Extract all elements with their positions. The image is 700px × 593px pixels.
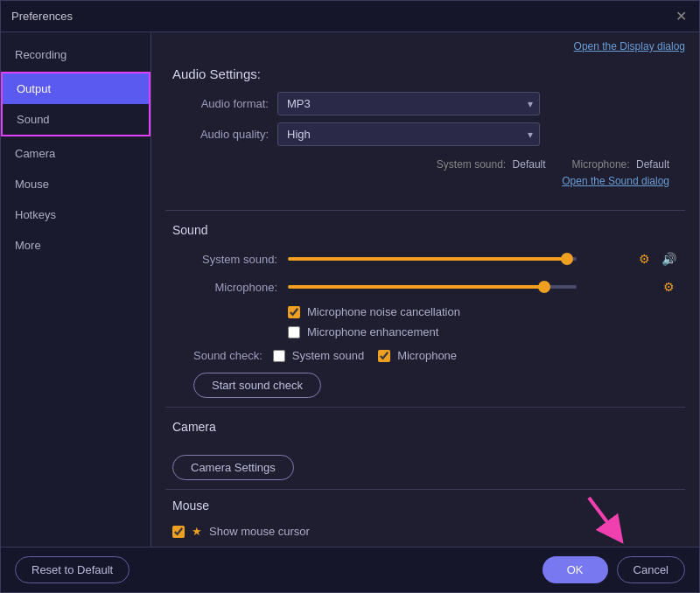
title-bar: Preferences ✕ [1,1,699,32]
microphone-slider-row: Microphone: ⚙ [172,277,678,296]
open-display-dialog-link[interactable]: Open the Display dialog [574,40,685,52]
system-sound-default-label: System sound: [437,158,506,171]
system-sound-slider-thumb [561,253,573,265]
top-link-area: Open the Display dialog [151,32,699,56]
sidebar-item-hotkeys[interactable]: Hotkeys [1,199,150,230]
microphone-icons: ⚙ [659,277,678,296]
enhancement-checkbox[interactable] [288,326,300,338]
start-sound-check-button[interactable]: Start sound check [193,373,321,398]
system-sound-default: System sound: Default [437,158,546,171]
noise-cancellation-checkbox[interactable] [288,306,300,318]
audio-format-select-wrapper: MP3 AAC FLAC WAV ▾ [277,92,540,115]
sidebar-item-output[interactable]: Output [3,73,149,104]
system-sound-check-item: System sound [273,349,364,362]
audio-format-select[interactable]: MP3 AAC FLAC WAV [277,92,540,115]
microphone-default-value: Default [636,158,669,171]
sidebar-item-recording[interactable]: Recording [1,39,150,70]
audio-quality-row: Audio quality: Low Medium High Very High… [172,122,678,146]
ok-button[interactable]: OK [542,556,608,583]
open-sound-dialog-area: Open the Sound dialog [172,172,678,196]
audio-quality-select-wrapper: Low Medium High Very High ▾ [277,122,540,146]
mouse-section: Mouse ★ Show mouse cursor [151,490,699,547]
audio-settings-section: Audio Settings: Audio format: MP3 AAC FL… [151,56,699,210]
system-sound-slider-container [288,257,627,261]
sound-check-row: Sound check: System sound Microphone [193,349,678,362]
sidebar-item-mouse[interactable]: Mouse [1,169,150,199]
system-sound-check-checkbox[interactable] [273,350,285,362]
microphone-default-label: Microphone: [572,158,630,171]
settings-gear-icon[interactable]: ⚙ [634,249,654,269]
footer-right: OK Cancel [542,556,685,583]
sidebar-item-sound[interactable]: Sound [3,104,149,135]
audio-quality-select[interactable]: Low Medium High Very High [277,122,540,146]
microphone-slider-thumb [538,281,550,293]
system-sound-slider-label: System sound: [172,253,277,266]
audio-format-row: Audio format: MP3 AAC FLAC WAV ▾ [172,92,678,115]
sidebar-outlined-group: Output Sound [1,72,150,136]
camera-settings-button[interactable]: Camera Settings [172,455,294,480]
mouse-row: ★ Show mouse cursor [172,525,678,538]
microphone-default: Microphone: Default [572,158,669,171]
microphone-check-label: Microphone [397,349,457,362]
volume-icon[interactable]: 🔊 [659,249,678,269]
microphone-settings-gear-icon[interactable]: ⚙ [659,277,678,296]
close-button[interactable]: ✕ [673,9,689,24]
main-content: Open the Display dialog Audio Settings: … [151,32,699,547]
system-sound-default-value: Default [513,158,546,171]
system-sound-icons: ⚙ 🔊 [634,249,678,269]
noise-cancellation-label: Microphone noise cancellation [307,305,460,318]
sound-section-title: Sound [172,223,678,237]
sound-check-label: Sound check: [193,349,262,362]
microphone-slider-track[interactable] [288,285,577,289]
sidebar-item-more[interactable]: More [1,230,150,261]
microphone-slider-label: Microphone: [172,281,277,294]
reset-to-default-button[interactable]: Reset to Default [15,556,130,583]
system-sound-check-label: System sound [292,349,364,362]
footer: Reset to Default OK Cancel [1,547,699,592]
star-icon: ★ [192,525,202,538]
enhancement-label: Microphone enhancement [307,325,438,338]
audio-format-label: Audio format: [172,97,269,110]
audio-settings-title: Audio Settings: [172,66,678,81]
defaults-row: System sound: Default Microphone: Defaul… [172,153,678,172]
microphone-check-checkbox[interactable] [378,350,390,362]
open-sound-dialog-link[interactable]: Open the Sound dialog [562,175,669,187]
enhancement-row: Microphone enhancement [288,325,678,338]
preferences-window: Preferences ✕ Recording Output Sound Cam… [0,0,700,593]
sidebar: Recording Output Sound Camera Mouse Hotk… [1,32,151,547]
cancel-button[interactable]: Cancel [617,556,685,583]
mouse-section-title: Mouse [172,499,678,513]
show-mouse-checkbox[interactable] [172,526,185,538]
noise-cancellation-row: Microphone noise cancellation [288,305,678,318]
microphone-slider-container [288,285,652,289]
system-sound-slider-track[interactable] [288,257,577,261]
show-mouse-label: Show mouse cursor [209,525,310,538]
content-area: Recording Output Sound Camera Mouse Hotk… [1,32,699,547]
camera-section-title: Camera [172,420,678,434]
system-sound-slider-row: System sound: ⚙ 🔊 [172,249,678,269]
camera-section: Camera Camera Settings [151,408,699,489]
window-title: Preferences [11,10,73,23]
sound-section: Sound System sound: ⚙ 🔊 [151,211,699,407]
audio-quality-label: Audio quality: [172,128,269,141]
microphone-check-item: Microphone [378,349,457,362]
sidebar-item-camera[interactable]: Camera [1,138,150,169]
